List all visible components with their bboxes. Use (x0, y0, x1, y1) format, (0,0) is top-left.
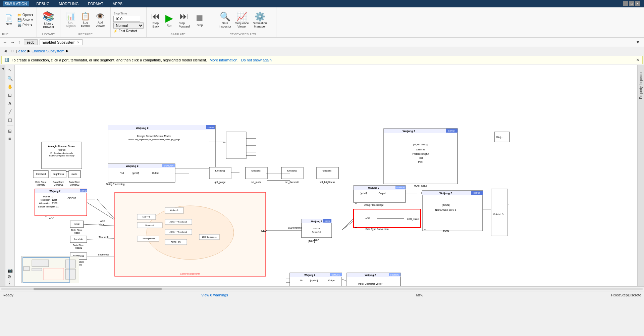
warnings-link[interactable]: View 8 warnings (201, 293, 228, 297)
open-arrow: ▾ (32, 13, 33, 17)
svg-text:Data Store: Data Store (73, 244, 84, 246)
fast-restart-area[interactable]: ⚡ Fast Restart (113, 29, 137, 33)
new-label: New (6, 22, 12, 26)
right-sidebar: Property Inspector (637, 65, 644, 286)
waij-partial-block[interactable]: Waij... (494, 132, 509, 142)
data-inspector-icon: 🔍 (220, 12, 230, 21)
nav-forward-btn[interactable]: → (9, 39, 16, 45)
checkbox-tool[interactable]: ☐ (7, 117, 13, 124)
print-arrow: ▾ (31, 23, 32, 27)
svg-text:LED==1: LED==1 (143, 216, 150, 218)
step-forward-button[interactable]: ⏭ StepForward (176, 10, 192, 29)
zoom-in-tool[interactable]: 🔍 (6, 75, 14, 82)
tab-enabled-subsystem[interactable]: Enabled Subsystem ✕ (40, 39, 83, 45)
svg-text:set_threshold: set_threshold (285, 181, 299, 184)
nav-up-btn[interactable]: ↑ (17, 39, 22, 45)
svg-text:LED=brightness: LED=brightness (202, 236, 217, 238)
block-tool[interactable]: ▦ (7, 136, 13, 141)
print-button[interactable]: 🖨️ Print ▾ (16, 23, 35, 27)
print-block[interactable]: Waijung 2 COMMON Input: Character Vector… (347, 273, 400, 286)
string-processing-1-block[interactable]: Waijung 2 COMMON %d [sprintf] Output Str… (290, 273, 342, 286)
control-algorithm-block[interactable]: Mode==1 LED==1 Mode==1 ADC >= Threshold1… (115, 192, 283, 276)
svg-text:Mode: Mode (99, 223, 105, 226)
line-tool[interactable]: ╱ (7, 109, 13, 115)
menu-bar: SIMULATION DEBUG MODELING FORMAT APPS ─ … (0, 0, 644, 7)
property-inspector-label[interactable]: Property Inspector (639, 71, 643, 99)
nav-back-btn[interactable]: ← (1, 39, 8, 45)
text-tool[interactable]: A (7, 100, 13, 107)
breadcrumb-esdc[interactable]: esdc (18, 49, 26, 53)
log-signals-button[interactable]: 📊 LogSignals (64, 12, 77, 28)
run-icon: ▶ (165, 12, 173, 24)
svg-text:ESP32: ESP32 (324, 220, 330, 222)
port-tool[interactable]: ⊞ (7, 128, 13, 134)
data-type-conversion-block[interactable]: inG2 LDR_value Data Type Conversion ✏ (354, 209, 421, 231)
maximize-btn[interactable]: □ (629, 1, 634, 6)
stoptime-label: Stop Time (113, 12, 127, 15)
save-button[interactable]: 💾 Save ▾ (16, 18, 35, 22)
model-browser-toggle[interactable]: ◀ (3, 48, 8, 53)
svg-text:Waijung 2: Waijung 2 (136, 127, 149, 130)
info-close-btn[interactable]: ✕ (636, 57, 640, 62)
library-browser-button[interactable]: 📚 Library Browser (41, 11, 56, 29)
run-button[interactable]: ▶ Run (163, 11, 175, 28)
more-info-link[interactable]: More information. (210, 58, 238, 62)
svg-text:String Processing: String Processing (106, 183, 125, 186)
minimize-btn[interactable]: ─ (623, 1, 628, 6)
publish-block[interactable]: Publish D... (491, 189, 508, 236)
svg-text:[JSON]: [JSON] (442, 204, 450, 206)
toolbar-collapse-btn[interactable]: ▼ (634, 39, 641, 45)
sequence-viewer-icon: 📈 (236, 12, 247, 21)
zoom-to-fit-btn[interactable]: ⊡ (9, 48, 15, 53)
add-viewer-button[interactable]: 👁️ AddViewer (94, 12, 107, 28)
library-browser-label: Library Browser (43, 22, 54, 29)
canvas-area[interactable]: Aimagin Connect Server [ESP32] IP : Conf… (15, 65, 637, 286)
sidebar-toggle[interactable]: ◀ (0, 66, 6, 71)
hscroll-thumb[interactable] (34, 288, 162, 290)
fit-view-tool[interactable]: ⊡ (7, 92, 13, 98)
adc-block[interactable]: Waijung 2 ESP32 Module : 1 Resolution : … (35, 189, 95, 220)
stop-icon: ⏹ (195, 12, 204, 23)
select-tool[interactable]: ↖ (7, 67, 13, 73)
data-inspector-button[interactable]: 🔍 DataInspector (217, 11, 232, 29)
hscroll-track[interactable] (1, 288, 643, 290)
mode-select[interactable]: Normal Accelerator Rapid Accelerator (113, 22, 144, 29)
menu-modeling[interactable]: MODELING (57, 1, 81, 6)
settings-tool[interactable]: ⚙ (6, 274, 14, 280)
hscrollbar[interactable] (0, 286, 644, 291)
svg-text:Data Store: Data Store (53, 181, 64, 183)
stoptime-input[interactable] (113, 16, 140, 22)
breadcrumb-enabled-subsystem[interactable]: Enabled Subsystem (32, 49, 64, 53)
open-button[interactable]: 📂 Open ▾ (16, 13, 35, 17)
new-button[interactable]: 📄 New (2, 14, 15, 26)
mqtt-setup-block[interactable]: Waijung 2 ESP32 [MQTT Setup] Client Id: … (384, 129, 458, 188)
svg-rect-206 (32, 260, 49, 267)
svg-text:Data Store: Data Store (71, 229, 83, 231)
tab-esdc-label: esdc (27, 40, 35, 44)
menu-format[interactable]: FORMAT (86, 1, 105, 6)
step-back-button[interactable]: ⏮ StepBack (149, 10, 162, 29)
svg-text:Memory: Memory (37, 184, 45, 186)
svg-text:[MQTT Setup]: [MQTT Setup] (413, 143, 428, 146)
simulation-manager-button[interactable]: ⚙️ SimulationManager (252, 11, 268, 29)
svg-text:Waijung 2: Waijung 2 (305, 274, 316, 277)
more-tools[interactable]: ⋮ (6, 280, 14, 286)
menu-debug[interactable]: DEBUG (34, 1, 51, 6)
log-events-button[interactable]: 📋 LogEvents (79, 12, 92, 28)
close-btn[interactable]: ✕ (635, 1, 640, 6)
sequence-viewer-button[interactable]: 📈 SequenceViewer (234, 11, 250, 29)
screenshot-tool[interactable]: 📷 (6, 267, 14, 274)
log-events-icon: 📋 (81, 13, 90, 20)
stop-button[interactable]: ⏹ Stop (193, 12, 206, 28)
svg-text:Aimagin Connect Server: Aimagin Connect Server (48, 145, 75, 148)
pan-tool[interactable]: ✋ (6, 84, 14, 90)
menu-simulation[interactable]: SIMULATION (3, 1, 29, 6)
dont-show-link[interactable]: Do not show again (241, 58, 272, 62)
file-section: 📄 New 📂 Open ▾ 💾 Save ▾ 🖨️ Print ▾ (0, 7, 37, 37)
log-signals-icon: 📊 (66, 13, 75, 20)
tab-esdc[interactable]: esdc (24, 39, 38, 45)
menu-apps[interactable]: APPS (111, 1, 124, 6)
tab-close-btn[interactable]: ✕ (77, 41, 79, 44)
svg-text:[sprintf]: [sprintf] (360, 192, 368, 195)
aimagin-connect-server-block[interactable]: Aimagin Connect Server [ESP32] IP : Conf… (42, 142, 82, 173)
